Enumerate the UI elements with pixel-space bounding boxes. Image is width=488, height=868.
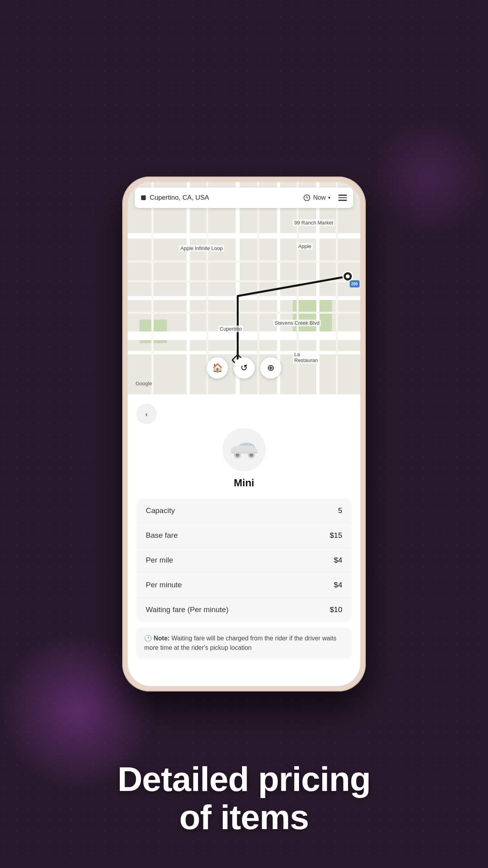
table-row: Waiting fare (Per minute) $10 bbox=[136, 598, 352, 622]
capacity-value: 5 bbox=[338, 506, 342, 515]
svg-rect-4 bbox=[128, 296, 360, 300]
stevens-creek-label: Stevens Creek Blvd bbox=[273, 320, 321, 326]
map-topbar: Cupertino, CA, USA Now ▾ bbox=[135, 188, 353, 208]
back-button[interactable]: ‹ bbox=[136, 404, 157, 424]
svg-rect-18 bbox=[336, 182, 338, 394]
menu-line-1 bbox=[338, 195, 347, 196]
base-fare-value: $15 bbox=[330, 531, 342, 540]
location-button[interactable]: ⊕ bbox=[260, 357, 281, 379]
table-row: Per minute $4 bbox=[136, 573, 352, 598]
menu-line-2 bbox=[338, 197, 347, 199]
note-body: Waiting fare will be charged from the ri… bbox=[144, 635, 336, 651]
detail-panel: ‹ Mini bbox=[128, 404, 360, 659]
capacity-label: Capacity bbox=[146, 506, 175, 515]
phone-screen: 280 Apple Infinite Loop 99 Ranch Market … bbox=[128, 182, 360, 686]
svg-rect-14 bbox=[128, 312, 360, 314]
svg-point-26 bbox=[236, 453, 239, 457]
svg-rect-5 bbox=[128, 331, 360, 340]
svg-text:280: 280 bbox=[351, 282, 358, 286]
caption-text: Detailed pricing of items bbox=[117, 760, 371, 837]
svg-point-28 bbox=[250, 453, 253, 457]
vehicle-name: Mini bbox=[128, 477, 360, 489]
google-label: Google bbox=[136, 381, 152, 386]
location-dot-icon bbox=[141, 195, 146, 200]
ranch-market-label: 99 Ranch Market bbox=[293, 219, 335, 226]
clock-icon bbox=[303, 194, 311, 202]
table-row: Base fare $15 bbox=[136, 523, 352, 548]
note-bold: Note: bbox=[154, 635, 170, 642]
hamburger-menu-icon[interactable] bbox=[338, 195, 347, 201]
waiting-fare-label: Waiting fare (Per minute) bbox=[146, 605, 228, 614]
per-minute-value: $4 bbox=[334, 581, 342, 589]
phone-frame: 280 Apple Infinite Loop 99 Ranch Market … bbox=[122, 177, 366, 691]
location-text: Cupertino, CA, USA bbox=[150, 194, 303, 202]
note-text: 🕐Note: Waiting fare will be charged from… bbox=[144, 634, 344, 653]
svg-rect-29 bbox=[231, 452, 258, 454]
svg-rect-10 bbox=[187, 182, 190, 394]
table-row: Capacity 5 bbox=[136, 498, 352, 523]
note-section: 🕐Note: Waiting fare will be charged from… bbox=[136, 627, 352, 659]
base-fare-label: Base fare bbox=[146, 531, 178, 540]
home-button[interactable]: 🏠 bbox=[207, 357, 228, 379]
per-mile-label: Per mile bbox=[146, 556, 173, 565]
waiting-fare-value: $10 bbox=[330, 605, 342, 614]
svg-point-22 bbox=[346, 274, 350, 278]
time-button[interactable]: Now ▾ bbox=[303, 194, 330, 202]
per-minute-label: Per minute bbox=[146, 581, 182, 589]
svg-rect-3 bbox=[128, 233, 360, 239]
chevron-down-icon: ▾ bbox=[328, 195, 330, 201]
svg-rect-12 bbox=[128, 261, 360, 263]
restaurant-label: LaRestauran bbox=[293, 351, 319, 364]
now-text: Now bbox=[313, 194, 326, 201]
car-avatar bbox=[222, 428, 266, 471]
pricing-table: Capacity 5 Base fare $15 Per mile $4 Per… bbox=[136, 498, 352, 622]
svg-rect-11 bbox=[151, 182, 154, 394]
recenter-button[interactable]: ↺ bbox=[233, 357, 255, 379]
note-icon: 🕐 bbox=[144, 635, 152, 642]
cupertino-label: Cupertino bbox=[218, 326, 243, 332]
per-mile-value: $4 bbox=[334, 556, 342, 565]
map-section: 280 Apple Infinite Loop 99 Ranch Market … bbox=[128, 182, 360, 394]
apple-infinite-loop-label: Apple Infinite Loop bbox=[179, 245, 224, 252]
table-row: Per mile $4 bbox=[136, 548, 352, 573]
svg-rect-6 bbox=[128, 351, 360, 354]
apple-label: Apple bbox=[297, 243, 313, 250]
menu-line-3 bbox=[338, 200, 347, 201]
car-image bbox=[228, 440, 260, 460]
bottom-caption: Detailed pricing of items bbox=[0, 711, 488, 868]
